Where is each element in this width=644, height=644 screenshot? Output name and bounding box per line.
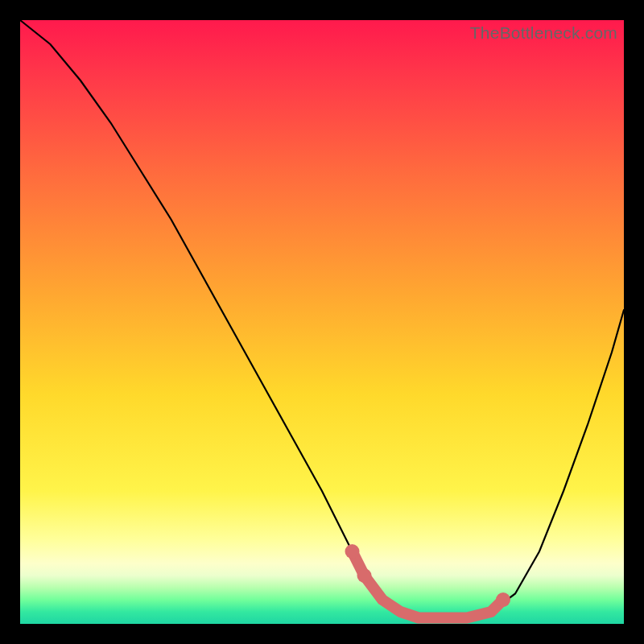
curve-layer [20,20,624,624]
marker-dot [496,592,510,607]
marker-dot [357,568,372,583]
marker-band [353,551,504,618]
marker-dot [345,544,360,559]
bottleneck-curve [20,20,624,618]
chart-frame: TheBottleneck.com [0,0,644,644]
marker-dots [345,544,511,607]
plot-area: TheBottleneck.com [20,20,624,624]
